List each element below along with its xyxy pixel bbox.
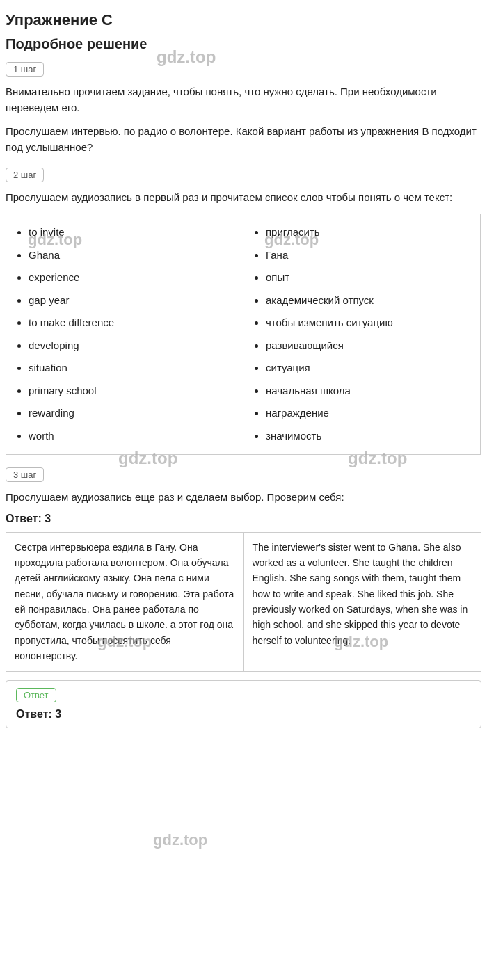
step2-text: Прослушаем аудиозапись в первый раз и пр… [6,189,481,205]
vocab-table: to inviteGhanaexperiencegap yearto make … [6,214,481,455]
step1-badge: 1 шаг [6,62,44,77]
translation-table: Сестра интервьюера ездила в Гану. Она пр… [6,532,481,672]
vocab-item-en: gap year [29,289,237,312]
vocab-item-en: experience [29,266,237,289]
answer-box: Ответ Ответ: 3 [6,680,481,728]
vocab-item-ru: академический отпуск [266,289,474,312]
step3-block: 3 шаг Прослушаем аудиозапись еще раз и с… [6,467,481,728]
section-title: Подробное решение [6,36,481,52]
translation-ru: Сестра интервьюера ездила в Гану. Она пр… [6,532,244,671]
step1-block: 1 шаг Внимательно прочитаем задание, что… [6,62,481,155]
vocab-item-ru: значимость [266,425,474,448]
vocab-item-en: developing [29,335,237,358]
vocab-item-ru: ситуация [266,357,474,380]
vocab-item-en: primary school [29,380,237,403]
vocab-item-ru: чтобы изменить ситуацию [266,312,474,335]
exercise-title: Упражнение С [6,11,481,29]
vocab-item-ru: начальная школа [266,380,474,403]
vocab-item-ru: опыт [266,266,474,289]
vocab-item-ru: Гана [266,244,474,267]
vocab-item-en: to make difference [29,312,237,335]
translation-en: The interviewer's sister went to Ghana. … [244,532,481,671]
vocab-list-ru: пригласитьГанаопытакадемический отпускчт… [253,221,474,447]
step2-badge: 2 шаг [6,168,44,182]
step1-text2: Прослушаем интервью. по радио о волонтер… [6,123,481,156]
vocab-item-ru: пригласить [266,221,474,244]
vocab-item-ru: награждение [266,402,474,425]
step3-answer-text: Ответ: 3 [6,513,481,525]
step1-text1: Внимательно прочитаем задание, чтобы пон… [6,83,481,116]
vocab-item-en: to invite [29,221,237,244]
vocab-item-en: rewarding [29,402,237,425]
watermark-8: gdz.top [153,831,207,849]
answer-label: Ответ [16,688,56,702]
vocab-col-ru: пригласитьГанаопытакадемический отпускчт… [244,214,481,454]
vocab-item-en: Ghana [29,244,237,267]
step2-block: 2 шаг Прослушаем аудиозапись в первый ра… [6,168,481,455]
step3-badge: 3 шаг [6,467,44,482]
vocab-col-en: to inviteGhanaexperiencegap yearto make … [6,214,244,454]
step3-text: Прослушаем аудиозапись еще раз и сделаем… [6,489,481,505]
answer-final: Ответ: 3 [16,708,471,721]
vocab-item-ru: развивающийся [266,335,474,358]
vocab-list-en: to inviteGhanaexperiencegap yearto make … [16,221,237,447]
vocab-item-en: worth [29,425,237,448]
vocab-item-en: situation [29,357,237,380]
